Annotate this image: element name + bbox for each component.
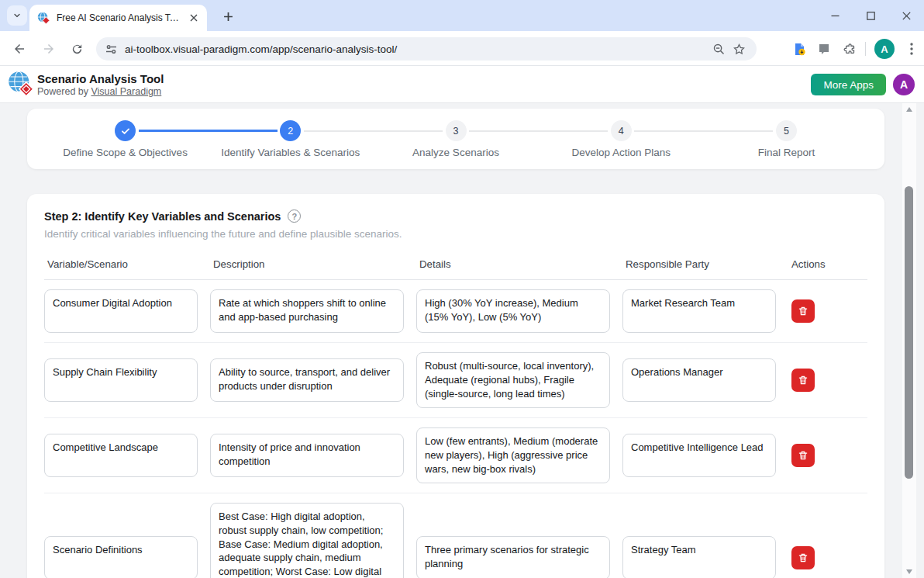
details-input[interactable]: Low (few entrants), Medium (moderate new…	[416, 427, 610, 483]
step2-title: Step 2: Identify Key Variables and Scena…	[44, 210, 281, 223]
details-input[interactable]: Robust (multi-source, local inventory), …	[416, 352, 610, 408]
description-input[interactable]: Best Case: High digital adoption, robust…	[210, 503, 404, 578]
minimize-button[interactable]	[817, 0, 853, 31]
step-connector	[304, 130, 374, 132]
table-row: Consumer Digital AdoptionRate at which s…	[44, 280, 867, 343]
back-button[interactable]	[8, 37, 31, 61]
stepper-step-2[interactable]: 2Identify Variables & Scenarios	[208, 109, 373, 169]
responsible-party-input[interactable]: Market Research Team	[622, 289, 776, 333]
browser-tab[interactable]: Free AI Scenario Analysis Tool -	[29, 5, 207, 31]
table-header-row: Variable/Scenario Description Details Re…	[44, 258, 867, 280]
delete-row-button[interactable]	[791, 299, 815, 323]
trash-icon	[798, 306, 808, 317]
step-number: 4	[611, 120, 632, 141]
reload-button[interactable]	[65, 37, 88, 61]
row-actions	[788, 546, 864, 569]
help-icon[interactable]: ?	[288, 209, 301, 223]
browser-profile-avatar[interactable]: A	[874, 39, 895, 59]
step-connector	[539, 130, 609, 132]
site-favicon-icon	[37, 12, 50, 25]
trash-icon	[798, 450, 808, 461]
forward-arrow-icon	[42, 42, 56, 56]
browser-menu-button[interactable]	[899, 37, 924, 61]
scrollbar-up-arrow-icon[interactable]	[906, 107, 912, 112]
chat-bubble-extension-button[interactable]	[812, 37, 836, 61]
delete-row-button[interactable]	[791, 444, 815, 467]
step-connector	[373, 130, 443, 132]
col-header-description: Description	[210, 258, 404, 270]
step-label: Identify Variables & Scenarios	[221, 147, 360, 158]
app-header: Scenario Analysis Tool Powered by Visual…	[0, 66, 924, 103]
more-apps-button[interactable]: More Apps	[811, 74, 886, 95]
page-scrollbar[interactable]	[902, 103, 916, 578]
step-number: 3	[446, 120, 467, 141]
site-settings-tune-icon[interactable]	[105, 43, 117, 55]
scrollbar-down-arrow-icon[interactable]	[906, 569, 912, 574]
variable-input[interactable]: Competitive Landscape	[44, 434, 198, 477]
description-input[interactable]: Rate at which shoppers shift to online a…	[210, 289, 404, 333]
new-tab-button[interactable]	[218, 6, 238, 26]
stepper-step-5[interactable]: 5Final Report	[704, 109, 869, 169]
col-header-responsible: Responsible Party	[622, 258, 776, 270]
variable-input[interactable]: Supply Chain Flexibility	[44, 358, 198, 402]
reload-icon	[71, 43, 84, 56]
step-connector	[208, 130, 278, 132]
doc-download-extension-button[interactable]	[787, 37, 812, 61]
details-input[interactable]: High (30% YoY increase), Medium (15% YoY…	[416, 289, 610, 333]
extensions-puzzle-icon	[843, 43, 856, 56]
app-logo-icon	[8, 71, 36, 99]
bookmark-button[interactable]	[729, 39, 749, 59]
step-number: 5	[776, 120, 797, 141]
tab-title: Free AI Scenario Analysis Tool -	[57, 12, 182, 23]
table-row: Supply Chain FlexibilityAbility to sourc…	[44, 343, 867, 418]
trash-icon	[798, 375, 808, 386]
stepper-step-4[interactable]: 4Develop Action Plans	[539, 109, 704, 169]
page-content: Define Scope & Objectives2Identify Varia…	[0, 103, 924, 578]
close-button[interactable]	[888, 0, 924, 31]
responsible-party-input[interactable]: Competitive Intelligence Lead	[622, 434, 776, 477]
powered-by: Powered by Visual Paradigm	[37, 86, 164, 98]
description-input[interactable]: Ability to source, transport, and delive…	[210, 358, 404, 402]
responsible-party-input[interactable]: Strategy Team	[622, 536, 776, 578]
chevron-down-icon	[12, 11, 22, 20]
browser-tab-strip: Free AI Scenario Analysis Tool -	[0, 0, 924, 31]
stepper-step-1[interactable]: Define Scope & Objectives	[43, 109, 208, 169]
plus-icon	[223, 12, 233, 22]
forward-button[interactable]	[37, 37, 60, 61]
variable-input[interactable]: Consumer Digital Adoption	[44, 289, 198, 333]
chat-bubble-extension-icon	[818, 43, 830, 55]
toolbar-divider	[865, 42, 866, 56]
extensions-button[interactable]	[836, 37, 861, 61]
responsible-party-input[interactable]: Operations Manager	[622, 358, 776, 402]
description-input[interactable]: Intensity of price and innovation compet…	[210, 434, 404, 477]
trash-icon	[798, 552, 808, 563]
step-number: 2	[280, 120, 301, 141]
tab-search-button[interactable]	[7, 5, 27, 26]
delete-row-button[interactable]	[791, 546, 815, 569]
tab-close-icon[interactable]	[187, 11, 201, 25]
row-actions	[788, 444, 864, 467]
variable-input[interactable]: Scenario Definitions	[44, 536, 198, 578]
table-rows: Consumer Digital AdoptionRate at which s…	[44, 280, 867, 578]
star-icon	[733, 43, 746, 56]
url-text[interactable]: ai-toolbox.visual-paradigm.com/app/scena…	[125, 43, 709, 55]
maximize-button[interactable]	[853, 0, 888, 31]
stepper-steps: Define Scope & Objectives2Identify Varia…	[43, 109, 869, 169]
row-actions	[788, 299, 864, 323]
zoom-button[interactable]	[709, 39, 729, 59]
app-user-avatar[interactable]: A	[893, 74, 915, 95]
zoom-out-magnifier-icon	[712, 43, 726, 56]
variables-table: Variable/Scenario Description Details Re…	[44, 258, 867, 578]
row-actions	[788, 369, 864, 392]
url-bar[interactable]: ai-toolbox.visual-paradigm.com/app/scena…	[96, 37, 757, 61]
visual-paradigm-link[interactable]: Visual Paradigm	[91, 86, 161, 97]
window-controls	[817, 0, 924, 31]
stepper-step-3[interactable]: 3Analyze Scenarios	[373, 109, 538, 169]
delete-row-button[interactable]	[791, 369, 815, 392]
toolbar-extensions-area: A	[787, 37, 924, 61]
details-input[interactable]: Three primary scenarios for strategic pl…	[416, 536, 610, 578]
step-connector	[634, 130, 704, 132]
col-header-variable: Variable/Scenario	[44, 258, 198, 270]
scrollbar-thumb[interactable]	[905, 186, 913, 479]
step2-card: Step 2: Identify Key Variables and Scena…	[27, 194, 884, 578]
